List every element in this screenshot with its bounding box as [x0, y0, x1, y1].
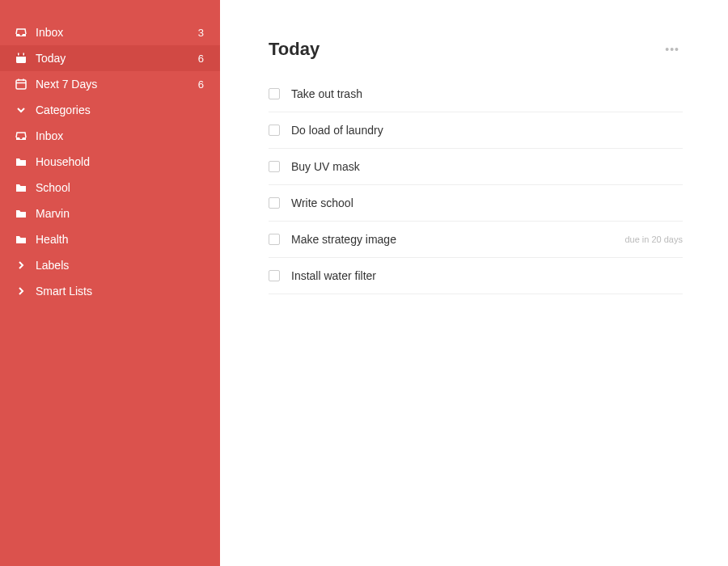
- task-meta: due in 20 days: [624, 234, 683, 244]
- task-title: Make strategy image: [291, 233, 624, 246]
- task-title: Install water filter: [291, 269, 683, 282]
- task-checkbox[interactable]: [269, 161, 280, 172]
- folder-icon: [15, 233, 28, 246]
- sidebar-category-health[interactable]: Health: [0, 226, 220, 252]
- sidebar-item-count: 6: [198, 78, 204, 91]
- task-checkbox[interactable]: [269, 270, 280, 281]
- header: Today •••: [269, 39, 683, 60]
- more-menu-button[interactable]: •••: [662, 40, 683, 59]
- sidebar-item-next7days[interactable]: Next 7 Days 6: [0, 71, 220, 97]
- task-title: Take out trash: [291, 87, 683, 100]
- sidebar-item-label: Today: [36, 52, 198, 65]
- sidebar-item-count: 3: [198, 27, 204, 39]
- sidebar-item-label: Household: [36, 155, 204, 168]
- more-icon: •••: [665, 43, 679, 56]
- sidebar-item-label: Next 7 Days: [36, 78, 198, 91]
- task-row[interactable]: Write school: [269, 185, 683, 222]
- task-title: Do load of laundry: [291, 124, 683, 137]
- chevron-down-icon: [15, 103, 28, 116]
- sidebar-section-label: Categories: [36, 103, 204, 116]
- task-row[interactable]: Take out trash: [269, 76, 683, 112]
- sidebar-item-inbox[interactable]: Inbox 3: [0, 19, 220, 45]
- svg-rect-2: [18, 53, 19, 56]
- task-row[interactable]: Do load of laundry: [269, 112, 683, 149]
- sidebar-category-household[interactable]: Household: [0, 149, 220, 175]
- task-checkbox[interactable]: [269, 197, 280, 209]
- page-title: Today: [269, 39, 662, 60]
- sidebar-category-school[interactable]: School: [0, 175, 220, 201]
- task-row[interactable]: Make strategy image due in 20 days: [269, 222, 683, 258]
- task-row[interactable]: Install water filter: [269, 258, 683, 294]
- sidebar-section-categories[interactable]: Categories: [0, 97, 220, 123]
- sidebar-item-label: Inbox: [36, 129, 204, 142]
- task-checkbox[interactable]: [269, 234, 280, 245]
- folder-icon: [15, 207, 28, 220]
- sidebar-item-label: Health: [36, 233, 204, 246]
- task-checkbox[interactable]: [269, 88, 280, 99]
- task-checkbox[interactable]: [269, 125, 280, 136]
- sidebar-section-label: Labels: [36, 259, 204, 272]
- inbox-icon: [15, 26, 28, 39]
- folder-icon: [15, 181, 28, 194]
- sidebar-category-marvin[interactable]: Marvin: [0, 201, 220, 226]
- svg-rect-3: [23, 53, 25, 56]
- sidebar: Inbox 3 Today 6 Next 7 Days 6: [0, 0, 220, 566]
- task-title: Buy UV mask: [291, 160, 683, 173]
- svg-rect-1: [16, 54, 26, 57]
- inbox-icon: [15, 129, 28, 142]
- task-list: Take out trash Do load of laundry Buy UV…: [269, 76, 683, 294]
- sidebar-item-count: 6: [198, 53, 204, 65]
- sidebar-item-label: Inbox: [36, 26, 198, 39]
- today-icon: [15, 52, 28, 65]
- sidebar-section-label: Smart Lists: [36, 285, 204, 298]
- sidebar-item-today[interactable]: Today 6: [0, 45, 220, 71]
- folder-icon: [15, 155, 28, 168]
- task-row[interactable]: Buy UV mask: [269, 149, 683, 185]
- sidebar-category-inbox[interactable]: Inbox: [0, 123, 220, 149]
- svg-rect-4: [16, 80, 26, 89]
- sidebar-item-label: School: [36, 181, 204, 194]
- calendar-icon: [15, 78, 28, 91]
- sidebar-section-labels[interactable]: Labels: [0, 252, 220, 278]
- sidebar-section-smartlists[interactable]: Smart Lists: [0, 278, 220, 304]
- task-title: Write school: [291, 196, 683, 209]
- main-content: Today ••• Take out trash Do load of laun…: [220, 0, 728, 566]
- chevron-right-icon: [15, 259, 28, 272]
- sidebar-item-label: Marvin: [36, 207, 204, 220]
- chevron-right-icon: [15, 285, 28, 298]
